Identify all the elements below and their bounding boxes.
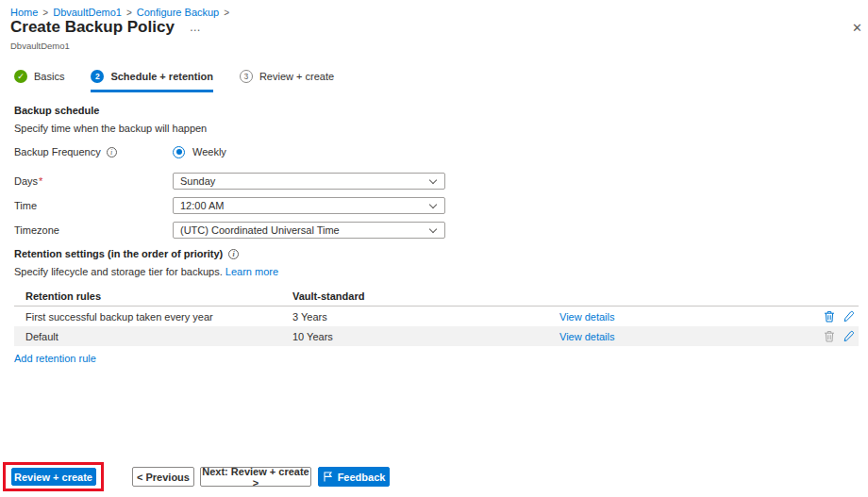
wizard-tabs: ✓ Basics 2 Schedule + retention 3 Review…	[14, 70, 334, 92]
time-selected-value: 12:00 AM	[180, 200, 224, 211]
info-icon[interactable]: i	[107, 147, 117, 157]
timezone-row: Timezone (UTC) Coordinated Universal Tim…	[14, 222, 859, 239]
tab-review-create[interactable]: 3 Review + create	[240, 70, 334, 92]
time-select[interactable]: 12:00 AM	[173, 197, 445, 214]
delete-icon[interactable]	[823, 310, 835, 323]
previous-button[interactable]: < Previous	[132, 467, 194, 487]
rule-duration: 10 Years	[292, 331, 559, 342]
breadcrumb: Home > DbvaultDemo1 > Configure Backup >	[10, 7, 234, 18]
delete-icon-disabled	[823, 330, 835, 342]
page-subtitle: DbvaultDemo1	[10, 41, 70, 51]
tab-label: Review + create	[259, 71, 334, 82]
chevron-down-icon	[429, 175, 437, 183]
breadcrumb-configure-backup[interactable]: Configure Backup	[137, 7, 219, 18]
breadcrumb-separator: >	[126, 8, 132, 18]
retention-settings-title: Retention settings (in the order of prio…	[14, 248, 859, 259]
step-number-icon: 3	[240, 70, 253, 83]
backup-schedule-description: Specify time when the backup will happen	[14, 123, 859, 134]
retention-settings-section: Retention settings (in the order of prio…	[14, 248, 859, 364]
feedback-flag-icon	[323, 472, 333, 482]
time-row: Time 12:00 AM	[14, 197, 859, 214]
required-asterisk: *	[39, 175, 42, 187]
breadcrumb-home[interactable]: Home	[10, 7, 38, 18]
column-header-vault-standard: Vault-standard	[292, 290, 559, 302]
backup-frequency-row: Backup Frequency i Weekly	[14, 143, 859, 160]
close-icon[interactable]: ✕	[850, 19, 864, 37]
days-selected-value: Sunday	[180, 175, 215, 187]
view-details-link[interactable]: View details	[559, 331, 815, 342]
radio-label: Weekly	[192, 146, 226, 157]
page-header: Create Backup Policy …	[10, 18, 202, 37]
add-retention-rule-link[interactable]: Add retention rule	[14, 353, 96, 364]
retention-description: Specify lifecycle and storage tier for b…	[14, 266, 859, 277]
time-label: Time	[14, 200, 173, 211]
check-circle-icon: ✓	[14, 70, 27, 83]
backup-schedule-title: Backup schedule	[14, 105, 859, 116]
view-details-link[interactable]: View details	[559, 311, 815, 323]
frequency-radio-weekly[interactable]: Weekly	[173, 146, 226, 158]
label-text: Days*	[14, 175, 42, 187]
column-header-retention-rules: Retention rules	[14, 290, 292, 302]
tab-label: Schedule + retention	[110, 71, 213, 82]
breadcrumb-separator: >	[224, 8, 229, 18]
days-label: Days*	[14, 175, 173, 187]
red-highlight-annotation: Review + create	[3, 462, 104, 491]
backup-schedule-section: Backup schedule Specify time when the ba…	[14, 105, 859, 239]
timezone-selected-value: (UTC) Coordinated Universal Time	[180, 224, 340, 236]
chevron-down-icon	[429, 224, 437, 232]
rule-name: Default	[14, 331, 292, 342]
tab-basics[interactable]: ✓ Basics	[14, 70, 64, 92]
feedback-label: Feedback	[338, 472, 386, 483]
next-review-create-button[interactable]: Next: Review + create >	[200, 467, 311, 487]
label-text: Timezone	[14, 224, 59, 236]
breadcrumb-separator: >	[42, 8, 48, 18]
breadcrumb-dbvaultdemo1[interactable]: DbvaultDemo1	[53, 7, 122, 18]
more-options-icon[interactable]: …	[190, 21, 202, 34]
feedback-button[interactable]: Feedback	[318, 467, 390, 487]
learn-more-link[interactable]: Learn more	[225, 266, 278, 277]
timezone-select[interactable]: (UTC) Coordinated Universal Time	[173, 222, 445, 239]
radio-selected-icon[interactable]	[173, 146, 185, 158]
title-text: Retention settings (in the order of prio…	[14, 248, 223, 259]
description-text: Specify lifecycle and storage tier for b…	[14, 266, 223, 277]
rule-duration: 3 Years	[292, 311, 559, 323]
chevron-down-icon	[429, 200, 437, 207]
table-row: Default 10 Years View details	[14, 326, 859, 346]
label-text: Backup Frequency	[14, 146, 101, 157]
step-number-icon: 2	[91, 70, 104, 83]
page-title: Create Backup Policy	[10, 18, 175, 37]
table-row: First successful backup taken every year…	[14, 306, 859, 326]
label-text: Time	[14, 200, 37, 211]
tab-schedule-retention[interactable]: 2 Schedule + retention	[91, 70, 213, 92]
info-icon[interactable]: i	[228, 249, 239, 259]
days-row: Days* Sunday	[14, 173, 859, 190]
edit-pencil-icon[interactable]	[843, 330, 855, 342]
rule-name: First successful backup taken every year	[14, 311, 292, 323]
tab-label: Basics	[34, 71, 64, 82]
review-create-button[interactable]: Review + create	[11, 468, 96, 486]
table-header-row: Retention rules Vault-standard	[14, 286, 859, 306]
edit-pencil-icon[interactable]	[843, 310, 855, 323]
days-select[interactable]: Sunday	[173, 173, 445, 190]
retention-rules-table: Retention rules Vault-standard First suc…	[14, 286, 859, 346]
backup-frequency-label: Backup Frequency i	[14, 146, 173, 157]
timezone-label: Timezone	[14, 224, 173, 236]
